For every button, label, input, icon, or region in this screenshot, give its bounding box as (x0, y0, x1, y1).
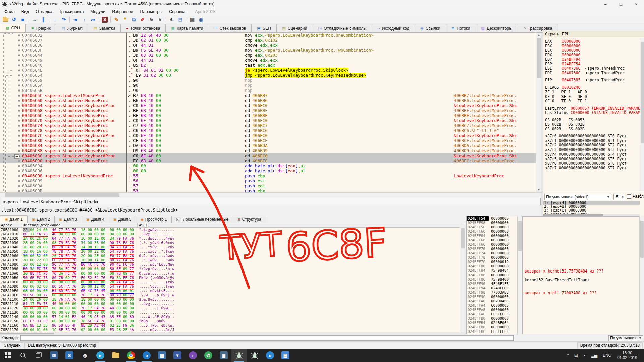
dump-row[interactable]: 76FA112018 00 00 0000 00 00 007C 17 FA 7… (0, 306, 460, 310)
disasm-row[interactable]: ●00406C90 <spero.&LowLevelMouseProc. EC … (0, 158, 536, 163)
disasm-row[interactable]: ●00406C4E.ˇ 0F 84 6C 02 00 00 je <spero.… (0, 68, 536, 73)
comment-icon[interactable]: ❞ (121, 16, 129, 23)
tray-icon-2[interactable]: ▂▅ (589, 349, 599, 362)
notification-edge[interactable] (641, 349, 643, 362)
disasm-row[interactable]: ●00406C7C <spero.&LowLevelKeyboardProc. … (0, 133, 536, 138)
maximize-button[interactable]: □ (613, 0, 629, 8)
label-icon[interactable]: ⧉ (130, 16, 138, 23)
run-to-return-icon[interactable]: ↠ (71, 16, 79, 23)
breakpoint-dot-icon[interactable]: ● (0, 149, 22, 153)
breakpoint-dot-icon[interactable]: ● (0, 139, 22, 142)
disasm-row[interactable]: ●00406C68 <spero.&LowLevelMouseProc. BF … (0, 108, 536, 113)
breakpoint-dot-icon[interactable]: ● (0, 119, 22, 122)
breakpoint-dot-icon[interactable]: ● (0, 144, 22, 147)
breakpoint-dot-icon[interactable]: ● (0, 124, 22, 127)
stack-row[interactable]: 024BFFBCFFFFFFFF (467, 329, 517, 334)
register-row[interactable]: EIP00407385<spero.ThreadProc (545, 78, 640, 82)
breakpoint-dot-icon[interactable]: ● (0, 114, 22, 117)
disasm-row[interactable]: ●00406C4C. 85 D2 test edx,edx (0, 63, 536, 68)
command-input[interactable] (20, 335, 514, 341)
tab-точки-останова[interactable]: ●Точки останова (120, 24, 166, 32)
compare-icon[interactable]: ⊟ (176, 16, 184, 23)
step-out-icon[interactable]: ↑ (80, 16, 88, 23)
stack-vertical-scrollbar[interactable] (517, 216, 522, 335)
taskbar-app-edge2[interactable]: e (262, 349, 278, 362)
argument-count-spinner[interactable]: 5 ▲▼ (613, 194, 625, 200)
register-row[interactable]: ESI0040736C<spero.ThreadProc (545, 66, 640, 71)
taskbar-app-telegram[interactable]: ▸ (93, 349, 108, 362)
breakpoint-dot-icon[interactable]: ● (0, 159, 22, 163)
register-row[interactable]: ECX00000000 (545, 48, 640, 53)
menu-item-параметры[interactable]: Параметры (137, 9, 165, 15)
breakpoint-dot-icon[interactable]: ● (0, 94, 22, 97)
disasm-row[interactable]: ●00406C49. 0F 44 D1 cmove edx,ecx (0, 58, 536, 63)
disasm-row[interactable]: ●00406C5B. 90 nop (0, 88, 536, 93)
stack-row[interactable]: 024BFF9C00000000 (467, 295, 517, 299)
stack-row[interactable]: 024BFF6400000000 (467, 234, 517, 238)
stack-row[interactable]: 024BFF8475F98484 (467, 268, 517, 273)
disasm-row[interactable]: ●00406C96. 00 00 add byte ptr ds:[eax],a… (0, 168, 536, 173)
breakpoint-dot-icon[interactable]: ● (0, 134, 22, 137)
unlock-checkbox[interactable]: Разблокировать (627, 194, 644, 199)
stack-row[interactable]: 024BFF5400000000 (467, 216, 517, 221)
breakpoint-dot-icon[interactable]: ● (0, 174, 22, 178)
disasm-row[interactable]: ●00406C32. B9 22 6F 40 00 mov ecx,<spero… (0, 33, 536, 38)
stack-row[interactable]: 024BFFA800000000 (467, 308, 517, 312)
dump-vertical-scrollbar[interactable] (460, 223, 465, 332)
register-row[interactable]: EBP024BFF94 (545, 57, 640, 62)
run-icon[interactable]: → (31, 16, 39, 23)
disasm-row[interactable]: ●00406C8C <spero.&LowLevelKeyboardProc. … (0, 153, 536, 158)
fx-icon[interactable]: fx (147, 16, 155, 23)
stack-row[interactable]: 024BFF5800000000 (467, 221, 517, 225)
stack-row[interactable]: 024BFFB4024BF064 (467, 321, 517, 325)
last-error-row[interactable]: LastStatus C000000D (STATUS_INVALID_PARA… (545, 110, 640, 115)
breakpoint-dot-icon[interactable]: ● (0, 78, 22, 82)
dump-row[interactable]: 76FA10202A 00 2C 0064 77 FA 761C 00 1E 0… (0, 236, 460, 241)
x87-register-row[interactable]: x87r7 00000000000000000000 ST7 Пуст (545, 166, 640, 170)
dump-tab-дамп-2[interactable]: ▣Дамп 2 (27, 216, 55, 223)
stack-row[interactable]: 024BFFB800000000 (467, 325, 517, 329)
tab-потоки[interactable]: ≋Потоки (446, 24, 476, 32)
tab-cpu[interactable]: ▦CPU (0, 24, 26, 32)
register-row[interactable]: EFLAGS 00010246 (545, 85, 640, 90)
taskbar-app-screen[interactable]: ▣ (216, 349, 231, 362)
dump-row[interactable]: 76FA10D000 00 02 0080 5C FA 7610 00 12 0… (0, 284, 460, 289)
disasm-row[interactable]: ●00406C9A. 57 push edi (0, 183, 536, 188)
stack-row[interactable]: 024BFF6000000000 (467, 229, 517, 234)
tab-отладочные-символы[interactable]: ◳Отладочные символы (313, 24, 372, 32)
stack-row[interactable]: 024BFF7800000000 (467, 255, 517, 260)
taskbar-app-save[interactable]: ▼ (170, 349, 185, 362)
dump-row[interactable]: 76FA10A030 88 FC 7670 3A FC 7600 00 00 0… (0, 271, 460, 276)
dump-row[interactable]: 76FA10E008 00 0A 00B4 6D FA 766B 4C 73 4… (0, 289, 460, 293)
breakpoint-dot-icon[interactable]: ● (0, 43, 22, 47)
open-file-icon[interactable] (1, 16, 9, 23)
tray-icon-0[interactable]: ▤ (572, 349, 580, 362)
register-row[interactable]: EAX00000000 (545, 39, 640, 44)
disasm-row[interactable]: ●00406C9B. 53 push ebx (0, 188, 536, 192)
dump-tab-дамп-1[interactable]: ▣Дамп 1 (0, 215, 28, 223)
disasm-row[interactable]: ●00406C3F. B9 F6 6E 40 00 mov ecx,<spero… (0, 48, 536, 53)
highlight-icon[interactable]: ✐ (139, 16, 147, 23)
stack-row[interactable]: 024BFF6C00000000 (467, 242, 517, 247)
taskbar-app-calculator[interactable]: ▦ (154, 349, 170, 362)
pause-icon[interactable]: ∥ (39, 16, 47, 23)
dump-row[interactable]: 76FA10401E 00 20 00B0 78 FA 761A 00 1C 0… (0, 245, 460, 249)
tab-seh[interactable]: ▣SEH (251, 24, 277, 32)
tray-chevron-icon[interactable]: ^ (565, 349, 571, 362)
menu-item-избранное[interactable]: Избранное (109, 9, 136, 15)
disasm-row[interactable]: ●00406C5A. 90 nop (0, 83, 536, 88)
disasm-row[interactable]: ●00406C64 <spero.&LowLevelKeyboardProc. … (0, 103, 536, 108)
register-row[interactable]: EDI0040736C<spero.ThreadProc (545, 71, 640, 75)
breakpoint-dot-icon[interactable]: ● (0, 83, 22, 87)
dump-row[interactable]: 76FA106030 00 32 0020 78 FA 762C 00 2E 0… (0, 254, 460, 258)
registers-scrollbar[interactable] (640, 38, 644, 191)
breakpoint-dot-icon[interactable]: ● (0, 109, 22, 112)
disasm-row[interactable]: ●00406C80 <spero.&LowLevelMouseProc. CE … (0, 138, 536, 143)
stack-row[interactable]: 024BFF5C00000000 (467, 225, 517, 229)
restart-icon[interactable]: ↺ (10, 16, 18, 23)
breakpoint-dot-icon[interactable]: ● (0, 38, 22, 42)
disasm-row[interactable]: ●00406C6C <spero.&LowLevelMouseProc. BE … (0, 113, 536, 118)
breakpoint-dot-icon[interactable]: ● (0, 48, 22, 52)
dump-row[interactable]: 76FA107020 00 22 00CC 77 FA 7618 00 1A 0… (0, 258, 460, 262)
stack-view[interactable]: 024BFF5400000000024BFF5800000000024BFF5C… (466, 216, 517, 334)
